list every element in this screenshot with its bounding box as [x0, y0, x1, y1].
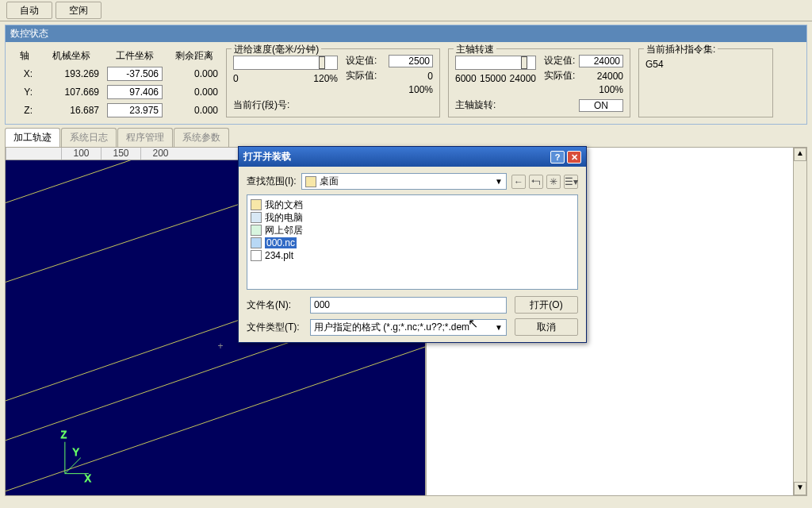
open-file-dialog: 打开并装载 ? ✕ 查找范围(I): 桌面 ▼ ← ⮢ ✳ ☰▾ 我的文档我的电… [238, 146, 587, 343]
mech-z: 16.687 [44, 105, 99, 116]
cancel-button[interactable]: 取消 [515, 318, 578, 336]
ruler-150: 150 [101, 148, 140, 160]
scroll-down-icon[interactable]: ▼ [794, 482, 806, 495]
sp-pct: 100% [544, 84, 623, 95]
auto-button[interactable]: 自动 [6, 2, 52, 19]
work-y[interactable]: 97.406 [107, 85, 163, 99]
file-item[interactable]: 000.nc [251, 237, 574, 249]
tab-program[interactable]: 程序管理 [117, 128, 173, 147]
tab-trajectory[interactable]: 加工轨迹 [5, 128, 60, 147]
feed-max: 120% [313, 73, 338, 84]
idle-button[interactable]: 空闲 [56, 2, 102, 19]
cnc-status-panel: 数控状态 轴 机械坐标 工件坐标 剩余距离 X: 193.269 -37.506… [5, 25, 807, 125]
nav-up-icon[interactable]: ⮢ [529, 175, 543, 189]
mech-x: 193.269 [44, 68, 99, 79]
cmd-panel: 当前插补指令集: G54 [638, 48, 773, 117]
dialog-close-icon[interactable]: ✕ [567, 151, 581, 164]
feed-pct: 100% [346, 84, 433, 95]
file-icon [251, 225, 262, 236]
coord-table: 轴 机械坐标 工件坐标 剩余距离 X: 193.269 -37.506 0.00… [13, 48, 218, 117]
svg-text:Z: Z [61, 429, 67, 441]
lookin-label: 查找范围(I): [247, 175, 297, 188]
col-remain: 剩余距离 [170, 49, 218, 63]
cmd-legend: 当前插补指令集: [644, 43, 718, 56]
sp-a: 6000 [455, 73, 477, 84]
sp-rot-label: 主轴旋转: [455, 98, 496, 112]
remain-z: 0.000 [170, 105, 218, 116]
status-title: 数控状态 [6, 25, 806, 42]
mech-y: 107.669 [44, 87, 99, 98]
nav-back-icon[interactable]: ← [511, 175, 526, 189]
axis-x: X: [13, 68, 36, 79]
tab-sysparam[interactable]: 系统参数 [174, 128, 229, 147]
sp-c: 24000 [510, 73, 536, 84]
scrollbar-vertical[interactable]: ▲ ▼ [793, 148, 806, 495]
feed-panel: 进给速度(毫米/分钟) 0 120% 设定值:2500 实际值:0 100% 当… [226, 48, 440, 117]
svg-text:Y: Y [73, 447, 79, 458]
ruler-200: 200 [140, 148, 180, 160]
col-axis: 轴 [13, 49, 36, 63]
file-list[interactable]: 我的文档我的电脑网上邻居000.nc234.plt [247, 194, 578, 290]
feed-min: 0 [233, 73, 239, 84]
ruler-100: 100 [61, 148, 101, 160]
feed-legend: 进给速度(毫米/分钟) [232, 43, 321, 56]
open-button[interactable]: 打开(O) [515, 296, 578, 314]
chevron-down-icon[interactable]: ▼ [495, 323, 503, 332]
file-item[interactable]: 我的电脑 [251, 211, 574, 224]
spindle-legend: 主轴转速 [454, 43, 496, 56]
sp-act-label: 实际值: [544, 69, 575, 83]
desktop-icon [305, 176, 316, 187]
remain-x: 0.000 [170, 68, 218, 79]
nav-newfolder-icon[interactable]: ✳ [546, 175, 561, 189]
sp-set-label: 设定值: [544, 54, 575, 67]
feed-slider[interactable] [233, 56, 338, 70]
feed-act-label: 实际值: [346, 69, 377, 83]
nav-viewmenu-icon[interactable]: ☰▾ [564, 175, 578, 189]
col-mech: 机械坐标 [44, 49, 99, 63]
scroll-up-icon[interactable]: ▲ [794, 148, 806, 161]
filetype-label: 文件类型(T): [247, 321, 302, 334]
file-icon [251, 250, 262, 261]
remain-y: 0.000 [170, 87, 218, 98]
tab-bar: 加工轨迹 系统日志 程序管理 系统参数 [5, 128, 807, 147]
svg-text:+: + [217, 341, 223, 352]
file-item[interactable]: 网上邻居 [251, 224, 574, 237]
spindle-panel: 主轴转速 6000 15000 24000 设定值:24000 实际值:2400… [448, 48, 630, 117]
sp-b: 15000 [480, 73, 506, 84]
axis-z: Z: [13, 105, 36, 116]
spindle-slider[interactable] [455, 56, 536, 70]
feed-set-val[interactable]: 2500 [389, 55, 433, 67]
file-name: 我的电脑 [265, 211, 303, 225]
svg-line-4 [6, 347, 425, 495]
file-item[interactable]: 234.plt [251, 249, 574, 262]
lookin-combo[interactable]: 桌面 ▼ [301, 173, 507, 190]
chevron-down-icon[interactable]: ▼ [495, 177, 503, 186]
axis-y: Y: [13, 87, 36, 98]
file-name: 网上邻居 [265, 224, 303, 237]
col-work: 工件坐标 [107, 49, 163, 63]
cmd-val: G54 [645, 59, 766, 70]
file-icon [251, 237, 262, 248]
file-icon [251, 212, 262, 223]
file-icon [251, 199, 262, 210]
svg-text:X: X [85, 473, 91, 484]
dialog-help-icon[interactable]: ? [550, 151, 565, 164]
tab-syslog[interactable]: 系统日志 [61, 128, 117, 147]
work-x[interactable]: -37.506 [107, 67, 163, 81]
lookin-value: 桌面 [320, 175, 339, 188]
file-name: 000.nc [265, 237, 297, 248]
dialog-title: 打开并装载 [243, 150, 291, 164]
work-z[interactable]: 23.975 [107, 103, 163, 117]
file-name: 234.plt [265, 250, 293, 261]
filename-input[interactable] [310, 297, 507, 314]
filetype-combo[interactable]: 用户指定的格式 (*.g;*.nc;*.u??;*.dem ▼ [310, 319, 507, 336]
current-line-label: 当前行(段)号: [233, 98, 433, 112]
file-item[interactable]: 我的文档 [251, 198, 574, 211]
sp-set-val[interactable]: 24000 [579, 55, 623, 67]
feed-set-label: 设定值: [346, 54, 377, 67]
filename-label: 文件名(N): [247, 298, 302, 312]
sp-rot-val[interactable]: ON [579, 99, 623, 112]
sp-act-val: 24000 [579, 71, 623, 82]
feed-act-val: 0 [389, 71, 433, 82]
file-name: 我的文档 [265, 198, 303, 212]
